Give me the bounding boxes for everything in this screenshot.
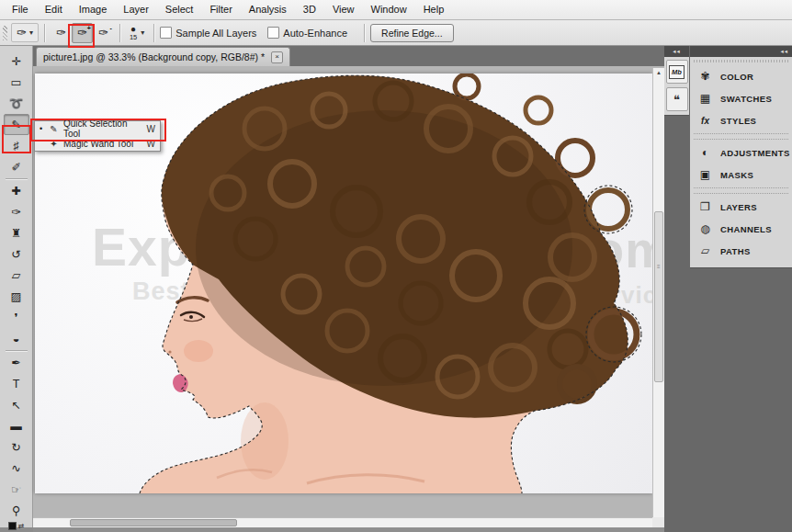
3d-orbit-tool[interactable]: ∿: [4, 458, 29, 479]
menu-item[interactable]: View: [324, 0, 363, 19]
panel-label: PATHS: [720, 246, 751, 256]
subtract-from-selection-brush[interactable]: ✑ -: [93, 23, 114, 43]
tool-icon: ▨: [11, 289, 22, 303]
flyout-magic-wand-tool[interactable]: ✦ Magic Wand Tool W: [35, 136, 160, 151]
default-colors-icon: [8, 522, 17, 530]
panel-icon: ❐: [698, 200, 712, 213]
tool-icon: ✎: [11, 118, 20, 131]
brush-icon: ✑: [98, 26, 108, 40]
panel-button-color[interactable]: ✾ COLOR: [690, 65, 792, 87]
gradient-tool[interactable]: ▨: [4, 286, 29, 307]
panel-button-swatches[interactable]: ▦ SWATCHES: [690, 87, 792, 109]
mode-mark: -: [110, 25, 112, 31]
refine-edge-button[interactable]: Refine Edge...: [370, 24, 454, 42]
flyout-quick-selection-tool[interactable]: • ✎ Quick Selection Tool W: [35, 121, 160, 136]
menu-item[interactable]: Select: [157, 0, 202, 19]
vertical-scrollbar-thumb[interactable]: ≡: [654, 211, 663, 382]
document-tab-title: picture1.jpg @ 33.3% (Background copy, R…: [43, 51, 265, 62]
panel-button-layers[interactable]: ❐ LAYERS: [690, 196, 792, 218]
auto-enhance-checkbox[interactable]: Auto-Enhance: [267, 27, 347, 39]
options-bar-grip[interactable]: [3, 26, 7, 40]
brush-tool[interactable]: ✑: [4, 201, 29, 222]
close-icon[interactable]: ×: [271, 51, 283, 63]
collapsed-panel-mb-button[interactable]: Mb: [666, 60, 688, 84]
rectangle-shape-tool[interactable]: ▬: [4, 415, 29, 436]
tool-icon: ♯: [13, 140, 18, 153]
tool-icon: ◒: [13, 333, 20, 345]
collapsed-panel-history-button[interactable]: ❝: [666, 87, 688, 111]
tool-icon: ➰: [9, 96, 24, 110]
new-selection-brush[interactable]: ✑: [51, 23, 72, 43]
menu-item[interactable]: Layer: [115, 0, 157, 19]
panel-button-paths[interactable]: ▱ PATHS: [690, 240, 792, 262]
clone-stamp-tool[interactable]: ♜: [4, 222, 29, 243]
hand-tool[interactable]: ☞: [4, 479, 29, 500]
panel-divider[interactable]: [694, 133, 788, 140]
tool-icon: ✚: [11, 184, 20, 198]
panel-label: ADJUSTMENTS: [720, 148, 790, 158]
menu-item[interactable]: Filter: [201, 0, 240, 19]
menu-item[interactable]: Analysis: [241, 0, 295, 19]
panel-icon: ◐: [698, 146, 712, 159]
zoom-tool[interactable]: ⚲: [4, 500, 29, 521]
collapse-to-icons-button[interactable]: ◂◂: [690, 46, 792, 57]
crop-tool[interactable]: ♯: [4, 135, 29, 156]
add-to-selection-brush[interactable]: ✑ +: [72, 23, 93, 43]
scroll-up-icon[interactable]: ▲: [653, 68, 664, 78]
checkbox-box[interactable]: [160, 27, 172, 39]
brush-size-picker[interactable]: ● 15 ▾: [126, 25, 148, 41]
tool-icon: ▬: [10, 420, 22, 433]
pen-tool[interactable]: ✒: [4, 352, 29, 373]
menu-item[interactable]: Window: [363, 0, 415, 19]
separator: [364, 24, 365, 42]
move-tool[interactable]: ✛: [4, 51, 29, 72]
panel-icon: ◍: [698, 222, 712, 235]
panel-divider[interactable]: [694, 187, 788, 194]
blur-tool[interactable]: ❜: [4, 307, 29, 328]
vertical-scrollbar[interactable]: ▲ ≡ ▼: [652, 68, 664, 527]
brush-mode-group: ✑ ✑ + ✑ -: [51, 23, 114, 43]
default-colors-widget[interactable]: ⇄: [5, 522, 28, 530]
rectangular-marquee-tool[interactable]: ▭: [4, 72, 29, 93]
flyout-item-label: Quick Selection Tool: [63, 119, 142, 139]
tool-list: ✛ ▭ ➰ ✎ ♯ ✐: [4, 51, 29, 521]
panel-button-list: ✾ COLOR ▦ SWATCHES fx STYLES: [690, 57, 792, 268]
quick-selection-tool[interactable]: ✎: [4, 114, 29, 135]
history-panel-icon: ❝: [673, 93, 680, 107]
eraser-tool[interactable]: ▱: [4, 265, 29, 286]
sample-all-layers-checkbox[interactable]: Sample All Layers: [160, 27, 256, 39]
panel-label: MASKS: [720, 170, 753, 180]
history-brush-tool[interactable]: ↺: [4, 243, 29, 265]
tool-preset-picker[interactable]: ✑ ▾: [11, 23, 39, 42]
spot-healing-brush-tool[interactable]: ✚: [4, 180, 29, 201]
menu-item[interactable]: 3D: [295, 0, 324, 19]
panel-icon: ▣: [698, 168, 712, 181]
menu-item[interactable]: File: [4, 0, 37, 19]
panel-dock: ◂◂ Mb ❝ ◂◂ ✾ COLOR: [664, 46, 792, 532]
lasso-tool[interactable]: ➰: [4, 93, 29, 114]
panel-button-styles[interactable]: fx STYLES: [690, 109, 792, 131]
window-bottom-edge: [33, 527, 664, 532]
collapse-arrows-icon: ◂◂: [673, 48, 681, 54]
panel-button-masks[interactable]: ▣ MASKS: [690, 164, 792, 186]
menu-item[interactable]: Edit: [37, 0, 71, 19]
type-tool[interactable]: T: [4, 373, 29, 394]
options-checkbox-group: Sample All Layers Auto-Enhance: [160, 27, 358, 39]
horizontal-scrollbar[interactable]: [33, 517, 652, 527]
path-selection-tool[interactable]: ↖: [4, 394, 29, 415]
document-tab[interactable]: picture1.jpg @ 33.3% (Background copy, R…: [36, 47, 290, 66]
checkbox-box[interactable]: [267, 27, 279, 39]
panel-icon: ✾: [698, 70, 712, 83]
panel-button-adjustments[interactable]: ◐ ADJUSTMENTS: [690, 141, 792, 164]
3d-rotate-tool[interactable]: ↻: [4, 436, 29, 458]
horizontal-scrollbar-thumb[interactable]: [70, 519, 237, 526]
eyedropper-tool[interactable]: ✐: [4, 156, 29, 177]
menu-item[interactable]: Image: [71, 0, 116, 19]
tool-icon: ⚲: [12, 504, 20, 517]
panel-button-column: ◂◂ ✾ COLOR ▦ SWATCHES fx: [690, 46, 792, 532]
panel-grip: [694, 60, 788, 62]
panel-button-channels[interactable]: ◍ CHANNELS: [690, 218, 792, 240]
dodge-tool[interactable]: ◒: [4, 328, 29, 349]
collapse-to-icons-button[interactable]: ◂◂: [664, 46, 689, 57]
menu-item[interactable]: Help: [415, 0, 453, 19]
